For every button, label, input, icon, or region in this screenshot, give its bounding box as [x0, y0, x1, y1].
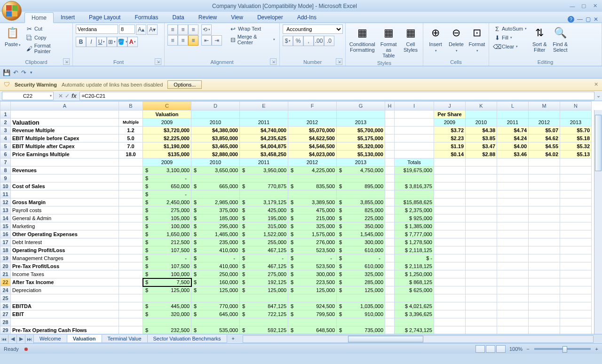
cell[interactable]: $3,179,125	[240, 198, 288, 206]
cell[interactable]	[434, 246, 466, 254]
row-header[interactable]: 10	[0, 182, 11, 190]
cell[interactable]: $107,500	[143, 246, 191, 254]
sheet-nav-last-icon[interactable]: ⏭	[25, 335, 34, 343]
cell[interactable]	[385, 222, 395, 230]
tab-formulas[interactable]: Formulas	[127, 12, 165, 23]
cell[interactable]: $3,850,000	[191, 135, 240, 142]
col-header-L[interactable]: L	[497, 102, 529, 111]
office-button[interactable]	[2, 1, 22, 21]
row-header[interactable]: 13	[0, 206, 11, 214]
col-header-D[interactable]: D	[191, 102, 240, 111]
cell[interactable]	[560, 294, 592, 302]
cell[interactable]	[466, 246, 497, 254]
cell[interactable]: $3,855,000	[337, 198, 385, 206]
cell[interactable]: $212,500	[143, 238, 191, 246]
cell[interactable]: $ 4,021,625	[395, 302, 434, 310]
cell[interactable]: $0.14	[434, 150, 466, 158]
cell[interactable]	[497, 230, 529, 238]
cell[interactable]	[560, 158, 592, 166]
cell[interactable]	[466, 302, 497, 310]
row-header[interactable]: 25	[0, 294, 11, 302]
cell[interactable]	[288, 111, 337, 119]
tab-page-layout[interactable]: Page Layout	[82, 12, 127, 23]
cell[interactable]: After Tax Income	[11, 278, 119, 286]
cell[interactable]: $5.32	[560, 142, 592, 150]
cell[interactable]: $-	[240, 254, 288, 262]
cell[interactable]	[119, 206, 143, 214]
cell[interactable]: $5.70	[560, 127, 592, 135]
cell[interactable]: Other Operating Expenses	[11, 230, 119, 238]
insert-sheet-icon[interactable]: ✦	[227, 336, 239, 342]
cell[interactable]	[11, 158, 119, 166]
cell[interactable]: 2009	[434, 119, 466, 127]
cell[interactable]	[529, 174, 560, 182]
cell[interactable]: $4,225,000	[288, 166, 337, 174]
cell[interactable]: $ 1,278,500	[395, 238, 434, 246]
cell[interactable]: $5.18	[560, 135, 592, 142]
cell[interactable]	[119, 246, 143, 254]
cell[interactable]: 2010	[191, 119, 240, 127]
cell[interactable]: $7,500	[143, 278, 191, 286]
cell[interactable]	[240, 190, 288, 198]
cell[interactable]: $523,500	[288, 246, 337, 254]
cell[interactable]: 2012	[288, 158, 337, 166]
cell[interactable]	[385, 278, 395, 286]
row-header[interactable]: 24	[0, 286, 11, 294]
cell[interactable]	[466, 206, 497, 214]
cell[interactable]: $125,000	[288, 286, 337, 294]
window-restore-icon[interactable]: ▢	[586, 16, 591, 23]
cell[interactable]	[395, 142, 434, 150]
cell[interactable]	[119, 182, 143, 190]
cell[interactable]: $2,985,000	[191, 198, 240, 206]
cell[interactable]	[385, 174, 395, 182]
cell[interactable]: $160,000	[191, 278, 240, 286]
cell[interactable]	[385, 127, 395, 135]
cell[interactable]: $ 2,743,125	[395, 326, 434, 334]
cell[interactable]: Payroll costs	[11, 206, 119, 214]
cell[interactable]	[529, 270, 560, 278]
cell[interactable]	[434, 166, 466, 174]
cell[interactable]	[529, 230, 560, 238]
cell[interactable]: $5,700,000	[337, 127, 385, 135]
cell[interactable]: $2,450,000	[143, 198, 191, 206]
cell[interactable]: $-	[143, 174, 191, 182]
cell[interactable]: $192,125	[240, 278, 288, 286]
cell[interactable]: 2009	[143, 158, 191, 166]
format-button[interactable]: ⊡Format▾	[467, 24, 486, 54]
cell[interactable]: $100,000	[143, 270, 191, 278]
cell[interactable]	[434, 302, 466, 310]
sheet-nav-first-icon[interactable]: ⏮	[0, 335, 8, 343]
row-header[interactable]: 16	[0, 230, 11, 238]
select-all-corner[interactable]	[0, 102, 11, 111]
row-header[interactable]: 14	[0, 214, 11, 222]
row-header[interactable]: 22	[0, 278, 11, 286]
cell[interactable]: 2013	[337, 119, 385, 127]
align-left-button[interactable]: ≡	[167, 35, 178, 46]
cell[interactable]: $467,125	[240, 262, 288, 270]
cell[interactable]	[385, 286, 395, 294]
cell[interactable]	[119, 326, 143, 334]
cell[interactable]: $ 925,000	[395, 214, 434, 222]
cell[interactable]	[466, 158, 497, 166]
cell[interactable]: $3,389,500	[288, 198, 337, 206]
insert-button[interactable]: ⊕Insert▾	[426, 24, 445, 54]
tab-insert[interactable]: Insert	[54, 12, 82, 23]
cell[interactable]	[288, 294, 337, 302]
cell[interactable]: $ 3,396,625	[395, 310, 434, 318]
cell[interactable]: 2009	[143, 119, 191, 127]
cell[interactable]: $320,000	[143, 310, 191, 318]
cell[interactable]	[466, 166, 497, 174]
cell[interactable]: $225,000	[337, 214, 385, 222]
cell[interactable]: Management Charges	[11, 254, 119, 262]
enter-formula-icon[interactable]: ✓	[65, 93, 70, 99]
vertical-scrollbar[interactable]	[594, 110, 602, 334]
sheet-tab-valuation[interactable]: Valuation	[67, 335, 102, 343]
cell[interactable]	[466, 254, 497, 262]
cell[interactable]: $4.24	[497, 135, 529, 142]
cell[interactable]	[385, 206, 395, 214]
cell[interactable]	[119, 198, 143, 206]
cell[interactable]: Multiple	[119, 119, 143, 127]
cell[interactable]: $1,035,000	[337, 302, 385, 310]
undo-icon[interactable]: ↶	[13, 69, 18, 76]
cell[interactable]	[288, 190, 337, 198]
